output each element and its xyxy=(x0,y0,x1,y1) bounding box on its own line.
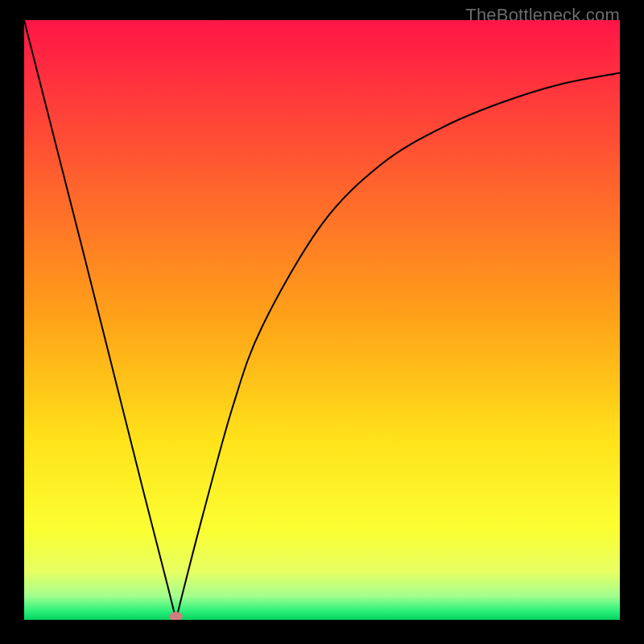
plot-svg xyxy=(24,20,620,620)
gradient-background xyxy=(24,20,620,620)
chart-frame: TheBottleneck.com xyxy=(0,0,644,644)
plot-area xyxy=(24,20,620,620)
